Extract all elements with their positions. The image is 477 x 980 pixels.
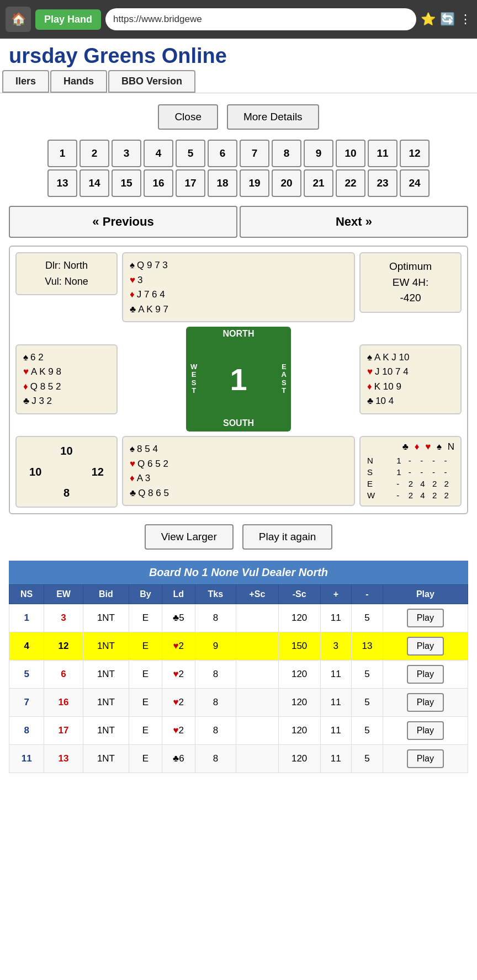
prev-next-nav: « Previous Next »	[9, 206, 468, 238]
col-ld: Ld	[162, 585, 195, 604]
hand-btn-2[interactable]: 2	[80, 140, 109, 167]
hand-btn-15[interactable]: 15	[112, 169, 141, 197]
score-row-s: S1----	[365, 466, 456, 478]
hand-btn-13[interactable]: 13	[47, 169, 77, 197]
results-tbody: 1 3 1NT E ♣5 8 120 11 5 Play 4 12 1NT E …	[9, 604, 468, 773]
dealer-text: Dlr: North	[24, 258, 109, 274]
play-row-button[interactable]: Play	[407, 693, 444, 712]
browser-icons: ⭐ 🔄 ⋮	[421, 12, 471, 26]
col-ns: NS	[9, 585, 44, 604]
play-row-button[interactable]: Play	[407, 721, 444, 740]
menu-icon[interactable]: ⋮	[459, 12, 471, 26]
diamond-icon-w: ♦	[23, 380, 28, 394]
optimum-label: Optimum	[368, 259, 453, 275]
club-icon-s: ♣	[130, 486, 136, 500]
compass-board-number: 1	[230, 361, 247, 397]
play-row-button[interactable]: Play	[407, 749, 444, 768]
previous-button[interactable]: « Previous	[9, 206, 237, 238]
heart-icon: ♥	[130, 273, 135, 287]
results-section: Board No 1 None Vul Dealer North NS EW B…	[9, 561, 468, 773]
tab-bbo-version[interactable]: BBO Version	[108, 70, 195, 93]
west-spades: 6 2	[30, 350, 44, 365]
hand-btn-14[interactable]: 14	[80, 169, 109, 197]
hand-btn-23[interactable]: 23	[368, 169, 398, 197]
nav-tabs: llers Hands BBO Version	[0, 70, 477, 93]
east-hearts: J 10 7 4	[375, 365, 409, 379]
next-button[interactable]: Next »	[240, 206, 468, 238]
diamond-icon: ♦	[130, 287, 135, 302]
hand-btn-5[interactable]: 5	[176, 140, 205, 167]
east-clubs: 10 4	[375, 394, 394, 408]
trick-bot-right	[83, 483, 112, 502]
browser-tab[interactable]: Play Hand	[35, 9, 101, 30]
diamond-icon-e: ♦	[367, 380, 372, 394]
hand-btn-19[interactable]: 19	[240, 169, 269, 197]
optimum-contract: EW 4H:	[368, 275, 453, 291]
home-button[interactable]: 🏠	[6, 7, 31, 32]
table-row: 8 17 1NT E ♥2 8 120 11 5 Play	[9, 717, 468, 745]
trick-top-right	[83, 441, 112, 460]
hand-grid-row-2: 13 14 15 16 17 18 19 20 21 22 23 24	[9, 169, 468, 197]
hand-btn-24[interactable]: 24	[400, 169, 430, 197]
hand-btn-7[interactable]: 7	[240, 140, 269, 167]
col-minus-sc: -Sc	[278, 585, 320, 604]
south-hearts: Q 6 5 2	[137, 457, 168, 471]
col-bid: Bid	[83, 585, 129, 604]
hand-diagram: Dlr: North Vul: None ♠Q 9 7 3 ♥3 ♦J 7 6 …	[9, 246, 468, 514]
hand-btn-6[interactable]: 6	[208, 140, 237, 167]
hand-btn-8[interactable]: 8	[272, 140, 301, 167]
hand-btn-16[interactable]: 16	[144, 169, 173, 197]
trick-score-box: 10 10 12 8	[15, 436, 118, 508]
view-larger-button[interactable]: View Larger	[145, 524, 234, 550]
refresh-icon[interactable]: 🔄	[440, 12, 455, 26]
hand-btn-10[interactable]: 10	[336, 140, 365, 167]
score-row-e: E-2422	[365, 478, 456, 489]
hand-btn-1[interactable]: 1	[47, 140, 77, 167]
hand-btn-9[interactable]: 9	[304, 140, 333, 167]
table-row: 1 3 1NT E ♣5 8 120 11 5 Play	[9, 604, 468, 632]
trick-mid-right: 12	[83, 462, 112, 481]
trick-bot-left	[21, 483, 50, 502]
hand-btn-4[interactable]: 4	[144, 140, 173, 167]
hand-btn-22[interactable]: 22	[336, 169, 365, 197]
hand-btn-18[interactable]: 18	[208, 169, 237, 197]
trick-top-mid: 10	[52, 441, 81, 460]
play-row-button[interactable]: Play	[407, 665, 444, 684]
hand-btn-12[interactable]: 12	[400, 140, 430, 167]
heart-icon-e: ♥	[367, 365, 373, 379]
north-hearts: 3	[137, 273, 142, 287]
north-clubs: A K 9 7	[138, 302, 168, 317]
tab-hands[interactable]: Hands	[50, 70, 107, 93]
score-row-w: W-2422	[365, 489, 456, 501]
spade-icon-w: ♠	[23, 350, 28, 365]
compass-east-label: EAST	[282, 363, 287, 395]
url-bar[interactable]: https://www.bridgewe	[105, 8, 416, 30]
more-details-button[interactable]: More Details	[227, 104, 319, 130]
star-icon[interactable]: ⭐	[421, 12, 436, 26]
table-row: 11 13 1NT E ♣6 8 120 11 5 Play	[9, 745, 468, 773]
hand-btn-21[interactable]: 21	[304, 169, 333, 197]
play-again-button[interactable]: Play it again	[242, 524, 333, 550]
hand-btn-17[interactable]: 17	[176, 169, 205, 197]
score-row-n: N1----	[365, 455, 456, 466]
hand-btn-20[interactable]: 20	[272, 169, 301, 197]
south-diamonds: A 3	[137, 471, 151, 486]
action-buttons: Close More Details	[9, 104, 468, 130]
hand-btn-3[interactable]: 3	[112, 140, 141, 167]
col-plus: +	[320, 585, 352, 604]
col-by: By	[129, 585, 162, 604]
spade-icon-e: ♠	[367, 350, 372, 365]
hand-number-grid: 1 2 3 4 5 6 7 8 9 10 11 12 13 14 15 16 1…	[9, 140, 468, 197]
play-row-button[interactable]: Play	[407, 637, 444, 656]
hand-btn-11[interactable]: 11	[368, 140, 398, 167]
south-spades: 8 5 4	[137, 442, 158, 456]
col-play: Play	[383, 585, 468, 604]
col-tks: Tks	[195, 585, 236, 604]
main-content: Close More Details 1 2 3 4 5 6 7 8 9 10 …	[0, 93, 477, 783]
play-row-button[interactable]: Play	[407, 609, 444, 627]
close-button[interactable]: Close	[158, 104, 218, 130]
west-hearts: A K 9 8	[31, 365, 61, 379]
compass-north-label: NORTH	[223, 329, 255, 339]
tab-tellers[interactable]: llers	[2, 70, 49, 93]
heart-icon-w: ♥	[23, 365, 29, 379]
